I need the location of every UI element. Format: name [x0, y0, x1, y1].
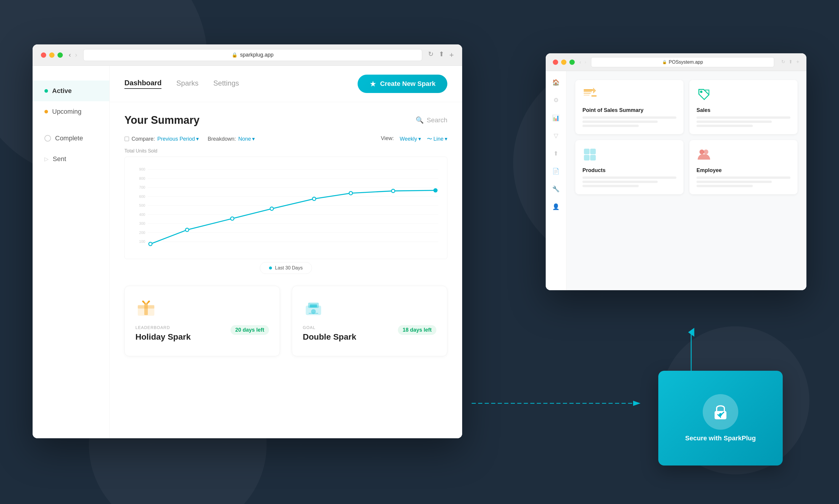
card-2-type: GOAL [303, 325, 356, 330]
svg-text:800: 800 [139, 177, 145, 181]
pos-card-summary-title: Point of Sales Summary [583, 107, 676, 113]
pos-products-line-1 [583, 177, 676, 179]
pos-card-summary: Point of Sales Summary [575, 80, 683, 134]
pos-share-icon[interactable]: ⬆ [789, 59, 792, 65]
pos-products-icon [583, 147, 597, 162]
card-1-type: LEADERBOARD [136, 325, 191, 330]
dashed-arrow-svg [469, 397, 646, 409]
svg-text:900: 900 [139, 167, 145, 172]
browser-actions: ↻ ⬆ + [428, 50, 454, 59]
pos-sales-line-3 [696, 125, 753, 127]
pos-refresh-icon[interactable]: ↻ [781, 59, 785, 65]
search-box[interactable]: 🔍 Search [416, 116, 447, 124]
pos-line-1 [583, 116, 676, 119]
svg-rect-34 [584, 91, 592, 92]
card-icon-area-2 [303, 297, 436, 319]
view-line-select[interactable]: 〜 Line ▾ [427, 135, 447, 142]
create-spark-button[interactable]: Create New Spark [358, 75, 447, 93]
breakdown-select[interactable]: None ▾ [238, 136, 255, 142]
pos-nav-filter-icon[interactable]: ▽ [551, 130, 561, 141]
svg-point-21 [270, 207, 273, 210]
address-bar[interactable]: 🔒 sparkplug.app [83, 49, 422, 61]
lock-circle [703, 394, 738, 430]
traffic-light-red[interactable] [41, 52, 46, 58]
sent-arrow-icon: ▷ [44, 156, 49, 162]
back-button[interactable]: ‹ [69, 51, 71, 59]
sidebar-upcoming-label: Upcoming [52, 108, 82, 115]
pos-sales-icon [696, 87, 711, 102]
pos-back-icon[interactable]: ‹ [579, 59, 581, 65]
url-text: sparkplug.app [240, 52, 273, 58]
refresh-icon[interactable]: ↻ [428, 50, 433, 59]
sidebar-complete-label: Complete [55, 134, 83, 142]
sidebar-item-upcoming[interactable]: Upcoming [33, 101, 109, 122]
line-icon: 〜 [427, 135, 432, 142]
pos-nav-user-icon[interactable]: 👤 [551, 201, 561, 212]
pos-nav-doc-icon[interactable]: 📄 [551, 166, 561, 177]
svg-text:100: 100 [139, 239, 145, 244]
pos-traffic-lights [553, 59, 575, 65]
chart-controls: Compare: Previous Period ▾ Breakdown: No… [124, 135, 447, 142]
card-2-title: Double Spark [303, 332, 356, 342]
traffic-light-green[interactable] [57, 52, 63, 58]
share-icon[interactable]: ⬆ [439, 50, 444, 59]
compare-control: Compare: Previous Period ▾ [124, 136, 199, 142]
pos-tl-yellow[interactable] [561, 59, 567, 65]
pos-address-bar[interactable]: 🔒 POSsystem.app [591, 57, 774, 67]
view-weekly-select[interactable]: Weekly ▾ [400, 135, 421, 142]
svg-point-38 [700, 91, 702, 93]
pos-card-sales-title: Sales [696, 107, 790, 113]
pos-newtab-icon[interactable]: + [796, 59, 799, 65]
svg-rect-42 [590, 155, 595, 160]
pos-tl-green[interactable] [569, 59, 575, 65]
top-nav: Dashboard Sparks Settings Create New Spa… [110, 66, 462, 102]
svg-point-24 [391, 189, 395, 193]
svg-text:500: 500 [139, 203, 145, 208]
pos-tl-red[interactable] [553, 59, 558, 65]
new-tab-icon[interactable]: + [449, 50, 454, 59]
pos-nav-chart-icon[interactable]: 📊 [551, 112, 561, 123]
pos-nav-upload-icon[interactable]: ⬆ [551, 148, 561, 159]
breakdown-chevron-icon: ▾ [252, 136, 255, 142]
chart-legend: Last 30 Days [260, 262, 312, 274]
compare-value: Previous Period [157, 136, 195, 142]
compare-select[interactable]: Previous Period ▾ [157, 136, 199, 142]
pos-nav-settings-icon[interactable]: ⚙ [551, 95, 561, 105]
svg-text:600: 600 [139, 195, 145, 199]
tab-sparks[interactable]: Sparks [176, 79, 198, 89]
tab-settings[interactable]: Settings [213, 79, 239, 89]
pos-grid: Point of Sales Summary Sales [575, 80, 798, 194]
spark-star-icon [370, 80, 377, 87]
pos-main: Point of Sales Summary Sales [567, 71, 806, 290]
create-spark-label: Create New Spark [380, 80, 435, 88]
summary-title: Your Summary [124, 114, 199, 126]
lock-icon [710, 401, 731, 422]
secure-label: Secure with SparkPlug [685, 434, 756, 442]
sidebar-item-active[interactable]: Active [33, 80, 109, 101]
pos-nav-wrench-icon[interactable]: 🔧 [551, 184, 561, 194]
search-icon: 🔍 [416, 116, 424, 124]
pos-card-products-title: Products [583, 167, 676, 174]
app-content: Active Upcoming Complete ▷ Sent Dashboar… [33, 66, 462, 438]
pos-sidebar: 🏠 ⚙ 📊 ▽ ⬆ 📄 🔧 👤 [546, 71, 567, 290]
compare-checkbox[interactable] [124, 137, 129, 141]
pos-nav-home-icon[interactable]: 🏠 [551, 77, 561, 88]
sidebar-item-complete[interactable]: Complete [33, 128, 109, 149]
pos-card-summary-lines [583, 116, 676, 127]
traffic-light-yellow[interactable] [49, 52, 54, 58]
browser-chrome: ‹ › 🔒 sparkplug.app ↻ ⬆ + [33, 44, 462, 66]
pos-forward-icon[interactable]: › [585, 59, 586, 65]
svg-point-20 [231, 217, 234, 220]
view-weekly-value: Weekly [400, 136, 417, 142]
pos-card-sales-lines [696, 116, 790, 127]
complete-circle-icon [44, 135, 51, 142]
view-label: View: [381, 135, 394, 142]
sidebar: Active Upcoming Complete ▷ Sent [33, 66, 110, 438]
legend-label: Last 30 Days [275, 265, 302, 271]
pos-card-employee: Employee [690, 140, 798, 194]
svg-point-22 [313, 197, 316, 200]
tab-dashboard[interactable]: Dashboard [124, 79, 161, 89]
sidebar-item-sent[interactable]: ▷ Sent [33, 149, 109, 169]
forward-button[interactable]: › [75, 51, 77, 59]
pos-browser-window: ‹ › 🔒 POSsystem.app ↻ ⬆ + 🏠 ⚙ 📊 ▽ ⬆ 📄 🔧 … [546, 53, 806, 290]
